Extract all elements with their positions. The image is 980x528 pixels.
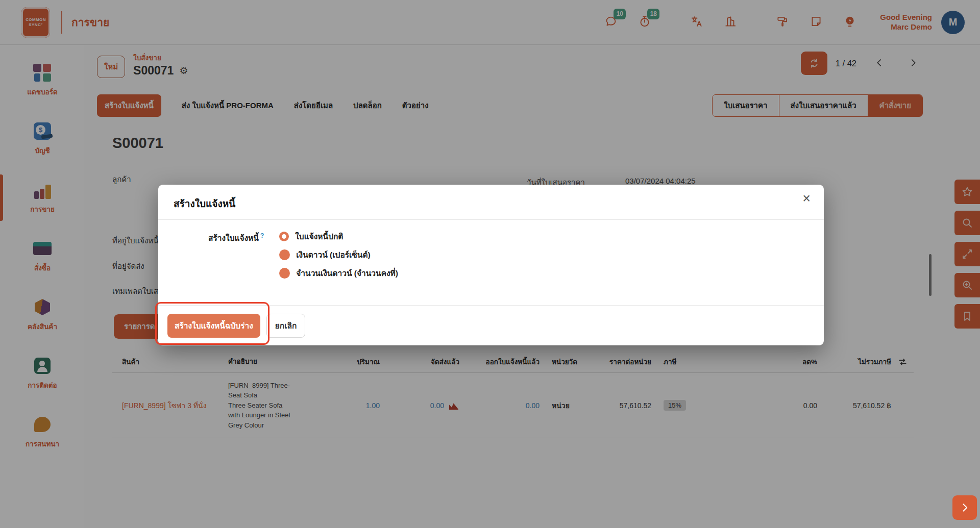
- close-icon[interactable]: ×: [802, 192, 811, 206]
- create-draft-invoice-button[interactable]: สร้างใบแจ้งหนี้ฉบับร่าง: [167, 314, 260, 338]
- chevron-right-icon: [960, 502, 970, 513]
- radio-unselected-icon[interactable]: [279, 249, 290, 260]
- corner-next-button[interactable]: [952, 495, 977, 520]
- create-invoice-modal: สร้างใบแจ้งหนี้ × สร้างใบแจ้งหนี้? ใบแจ้…: [158, 185, 824, 345]
- option-down-payment-percentage[interactable]: เงินดาวน์ (เปอร์เซ็นต์): [279, 248, 398, 261]
- modal-title: สร้างใบแจ้งหนี้: [174, 198, 235, 209]
- modal-footer: สร้างใบแจ้งหนี้ฉบับร่าง ยกเลิก: [158, 306, 824, 346]
- screen: COMMON SYNC° การขาย 10 18: [0, 0, 980, 528]
- option-regular-invoice[interactable]: ใบแจ้งหนี้ปกติ: [279, 230, 398, 243]
- radio-unselected-icon[interactable]: [279, 268, 290, 279]
- option-down-payment-fixed[interactable]: จำนวนเงินดาวน์ (จำนวนคงที่): [279, 267, 398, 280]
- invoice-type-label: สร้างใบแจ้งหนี้?: [208, 230, 264, 280]
- invoice-type-options: ใบแจ้งหนี้ปกติ เงินดาวน์ (เปอร์เซ็นต์) จ…: [279, 230, 398, 280]
- cancel-button[interactable]: ยกเลิก: [266, 314, 306, 338]
- modal-body: สร้างใบแจ้งหนี้? ใบแจ้งหนี้ปกติ เงินดาวน…: [158, 220, 824, 305]
- radio-selected-icon[interactable]: [279, 232, 289, 241]
- modal-header: สร้างใบแจ้งหนี้ ×: [158, 185, 824, 219]
- help-marker[interactable]: ?: [260, 232, 264, 239]
